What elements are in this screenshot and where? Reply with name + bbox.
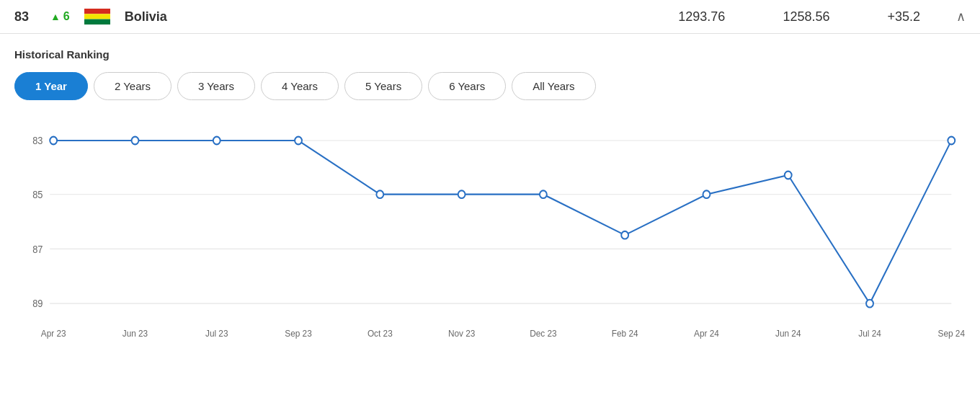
svg-point-32 bbox=[785, 172, 792, 179]
svg-rect-2 bbox=[84, 19, 110, 25]
historical-ranking-section: Historical Ranking 1 Year2 Years3 Years4… bbox=[0, 34, 980, 363]
time-btn-3-years[interactable]: 3 Years bbox=[177, 72, 255, 100]
svg-text:Jun 24: Jun 24 bbox=[775, 329, 801, 339]
svg-point-33 bbox=[866, 300, 873, 308]
svg-point-34 bbox=[948, 137, 955, 145]
svg-point-24 bbox=[132, 137, 139, 145]
svg-text:Jul 23: Jul 23 bbox=[205, 329, 228, 339]
time-btn-all-years[interactable]: All Years bbox=[512, 72, 595, 100]
time-btn-6-years[interactable]: 6 Years bbox=[428, 72, 506, 100]
stat-change: +35.2 bbox=[887, 9, 920, 25]
svg-point-23 bbox=[50, 137, 57, 145]
stat1: 1293.76 bbox=[678, 9, 725, 25]
header-row: 83 ▲ 6 Bolivia 1293.76 1258.56 +35.2 ∧ bbox=[0, 0, 980, 34]
rank-change-value: 6 bbox=[63, 10, 70, 23]
chart-area: 83 85 87 89 Apr 23 Jun 23 Jul 23 Sep 23 … bbox=[14, 117, 966, 348]
svg-point-30 bbox=[621, 231, 628, 239]
svg-text:Nov 23: Nov 23 bbox=[448, 329, 476, 339]
svg-text:Sep 23: Sep 23 bbox=[285, 329, 312, 339]
svg-text:83: 83 bbox=[32, 135, 43, 147]
svg-point-25 bbox=[213, 137, 220, 145]
svg-text:89: 89 bbox=[32, 298, 43, 310]
line-chart: 83 85 87 89 Apr 23 Jun 23 Jul 23 Sep 23 … bbox=[14, 117, 966, 348]
time-btn-1-year[interactable]: 1 Year bbox=[14, 72, 88, 100]
svg-text:Apr 24: Apr 24 bbox=[694, 329, 719, 339]
time-btn-4-years[interactable]: 4 Years bbox=[261, 72, 339, 100]
section-title: Historical Ranking bbox=[14, 48, 966, 61]
country-flag bbox=[84, 9, 110, 25]
svg-text:Dec 23: Dec 23 bbox=[530, 329, 557, 339]
arrow-up-icon: ▲ bbox=[50, 11, 61, 22]
rank: 83 bbox=[14, 9, 36, 25]
country-name: Bolivia bbox=[125, 9, 167, 25]
svg-rect-0 bbox=[84, 9, 110, 14]
svg-text:87: 87 bbox=[32, 244, 43, 255]
collapse-chevron-icon[interactable]: ∧ bbox=[956, 9, 966, 25]
svg-point-27 bbox=[376, 190, 383, 198]
svg-text:Jun 23: Jun 23 bbox=[122, 329, 148, 339]
svg-text:Sep 24: Sep 24 bbox=[938, 329, 966, 339]
svg-text:Apr 23: Apr 23 bbox=[41, 329, 66, 339]
svg-point-26 bbox=[295, 137, 302, 145]
svg-text:Jul 24: Jul 24 bbox=[858, 329, 881, 339]
time-buttons: 1 Year2 Years3 Years4 Years5 Years6 Year… bbox=[14, 72, 966, 100]
stat2: 1258.56 bbox=[783, 9, 829, 25]
rank-change: ▲ 6 bbox=[50, 10, 70, 23]
svg-point-28 bbox=[458, 190, 466, 198]
svg-text:Feb 24: Feb 24 bbox=[612, 329, 638, 339]
svg-rect-1 bbox=[84, 14, 110, 19]
svg-text:85: 85 bbox=[32, 190, 43, 201]
time-btn-5-years[interactable]: 5 Years bbox=[344, 72, 422, 100]
svg-point-29 bbox=[540, 190, 547, 198]
time-btn-2-years[interactable]: 2 Years bbox=[94, 72, 172, 100]
svg-text:Oct 23: Oct 23 bbox=[368, 329, 393, 339]
svg-point-31 bbox=[703, 190, 710, 198]
